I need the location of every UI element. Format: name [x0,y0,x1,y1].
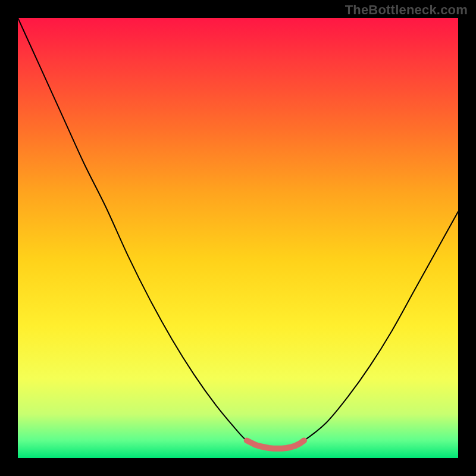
gradient-background [18,18,458,458]
bottleneck-chart [18,18,458,458]
watermark-text: TheBottleneck.com [345,2,468,18]
plot-area [18,18,458,458]
chart-frame: TheBottleneck.com [0,0,476,476]
